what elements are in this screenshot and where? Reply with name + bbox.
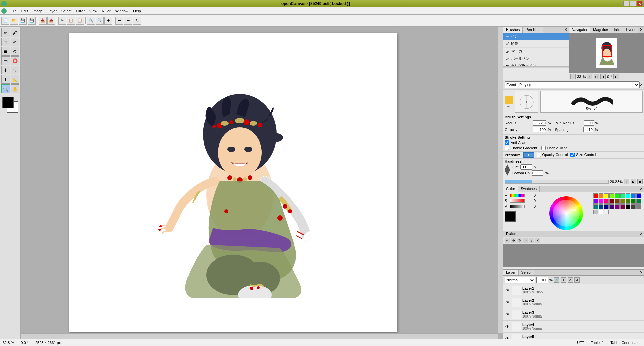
brushes-resize-handle[interactable]: [503, 66, 569, 68]
layer-item-layer5[interactable]: 👁 Layer5 100% Normal: [503, 333, 644, 339]
menu-select[interactable]: Select: [59, 8, 74, 14]
swatch-cell[interactable]: [609, 193, 614, 198]
layer-link-button[interactable]: 🔗: [554, 277, 559, 283]
layer-panel-close[interactable]: ✕: [638, 270, 644, 275]
swatch-cell[interactable]: [631, 199, 636, 204]
layer-item-layer1[interactable]: 👁 Layer1 100% Multiply: [503, 284, 644, 296]
swatch-cell[interactable]: [593, 204, 598, 209]
layer-eye-layer4[interactable]: 👁: [505, 324, 510, 329]
eyedropper-tool[interactable]: ⊙: [11, 47, 19, 56]
swatch-cell[interactable]: [604, 204, 609, 209]
swatch-cell[interactable]: [604, 193, 609, 198]
v-slider[interactable]: [510, 205, 525, 208]
nav-left-button[interactable]: ◄: [600, 74, 606, 79]
opacity-control-checkbox[interactable]: [537, 153, 541, 157]
tab-layer[interactable]: Layer: [503, 270, 519, 275]
swatch-cell[interactable]: [636, 193, 641, 198]
event-select[interactable]: Event - Playing Event - Recording Event …: [505, 81, 640, 88]
swatch-cell[interactable]: [636, 199, 641, 204]
radius-input[interactable]: [533, 120, 546, 126]
redo-button[interactable]: ↪: [124, 17, 132, 25]
menu-view[interactable]: View: [87, 8, 99, 14]
zoom-in-nav-button[interactable]: +: [587, 74, 592, 79]
h-slider[interactable]: [510, 194, 525, 197]
undo-button[interactable]: ↩: [115, 17, 123, 25]
pen-tool[interactable]: ✏: [1, 28, 10, 37]
brush-color-swatch[interactable]: [505, 96, 513, 104]
ruler-move-button[interactable]: ✛: [511, 238, 516, 243]
pressure-value-display[interactable]: 1.62: [523, 152, 534, 158]
layer-item-layer2[interactable]: 👁 Layer2 100% Normal: [503, 296, 644, 308]
color-selector[interactable]: [2, 97, 19, 113]
tab-magnifier[interactable]: Magnifier: [590, 27, 611, 33]
ruler-tool[interactable]: 📐: [11, 75, 19, 84]
close-button[interactable]: ✕: [637, 1, 643, 6]
export-button[interactable]: 📤: [47, 17, 55, 25]
color-cursor[interactable]: [573, 209, 576, 211]
layer-settings-button[interactable]: ⚙: [574, 277, 580, 283]
bottom-up-input[interactable]: [532, 170, 543, 176]
brush-item-marker[interactable]: 🖊 マーカー: [503, 48, 569, 55]
swatch-cell[interactable]: [636, 204, 641, 209]
menu-edit[interactable]: Edit: [19, 8, 30, 14]
color-panel-close[interactable]: ✕: [638, 186, 644, 192]
menu-window[interactable]: Window: [113, 8, 130, 14]
zoom-in-button[interactable]: 🔍: [87, 17, 95, 25]
select-rect-tool[interactable]: ▭: [1, 56, 10, 65]
text-tool[interactable]: T: [1, 75, 10, 84]
fill-tool[interactable]: ◼: [1, 47, 10, 56]
redo2-button[interactable]: ↻: [133, 17, 141, 25]
tab-event-nav[interactable]: Event: [623, 27, 638, 33]
horizontal-scrollbar[interactable]: [21, 333, 498, 339]
zoom-out-nav-button[interactable]: −: [570, 74, 576, 79]
menu-help[interactable]: Help: [131, 8, 143, 14]
swatch-cell[interactable]: [626, 204, 630, 209]
enable-tone-checkbox[interactable]: [541, 146, 546, 150]
swatch-cell[interactable]: [599, 193, 603, 198]
pencil-tool[interactable]: ✐: [11, 38, 19, 46]
maximize-button[interactable]: □: [630, 1, 636, 6]
zoom-reset-button[interactable]: ⊙: [594, 74, 599, 79]
move-tool[interactable]: ✛: [1, 66, 10, 74]
ruler-select-button[interactable]: ↖: [505, 238, 510, 243]
swatch-cell[interactable]: [615, 199, 620, 204]
ruler-delete-button[interactable]: ✕: [535, 238, 540, 243]
hand-tool[interactable]: ✋: [11, 84, 19, 93]
tab-swatches[interactable]: Swatches: [518, 186, 540, 192]
eraser-tool[interactable]: ◻: [1, 38, 10, 46]
ruler-flip-v-button[interactable]: ↕: [529, 238, 534, 243]
ruler-flip-h-button[interactable]: ↔: [523, 238, 528, 243]
min-radius-input[interactable]: [584, 120, 594, 126]
swatch-cell[interactable]: [599, 210, 603, 214]
play-button[interactable]: ▶: [631, 179, 636, 184]
zoom-all-button[interactable]: ⊕: [104, 17, 112, 25]
layer-eye-layer2[interactable]: 👁: [505, 300, 510, 305]
new-layer-button[interactable]: +: [561, 277, 566, 283]
nav-panel-close[interactable]: ✕: [638, 27, 644, 33]
layer-item-layer3[interactable]: 👁 Layer3 100% Normal: [503, 308, 644, 321]
brush-item-ballpen[interactable]: 🖊 ボールペン: [503, 55, 569, 62]
canvas-container[interactable]: [69, 33, 397, 333]
minimize-button[interactable]: ─: [623, 1, 629, 6]
swatch-cell[interactable]: [609, 204, 614, 209]
select-lasso-tool[interactable]: ⭕: [11, 56, 19, 65]
delete-layer-button[interactable]: ✕: [568, 277, 573, 283]
layer-eye-layer5[interactable]: 👁: [505, 336, 510, 339]
tab-color[interactable]: Color: [503, 186, 518, 192]
current-color-swatch[interactable]: [505, 211, 516, 222]
layer-eye-layer3[interactable]: 👁: [505, 312, 510, 317]
swatch-cell[interactable]: [604, 210, 609, 214]
swatch-cell[interactable]: [593, 210, 598, 214]
vertical-scrollbar[interactable]: [498, 27, 503, 333]
menu-filter[interactable]: Filter: [74, 8, 86, 14]
menu-image[interactable]: Image: [31, 8, 45, 14]
cut-button[interactable]: ✂: [58, 17, 66, 25]
anti-alias-checkbox[interactable]: [505, 140, 509, 145]
zoom-out-button[interactable]: 🔍: [96, 17, 104, 25]
swatch-cell[interactable]: [599, 199, 603, 204]
swatch-cell[interactable]: [604, 199, 609, 204]
open-file-button[interactable]: 📂: [10, 17, 18, 25]
s-slider[interactable]: [510, 199, 525, 203]
tab-brushes[interactable]: Brushes: [503, 27, 523, 33]
opacity-input[interactable]: [533, 127, 546, 132]
